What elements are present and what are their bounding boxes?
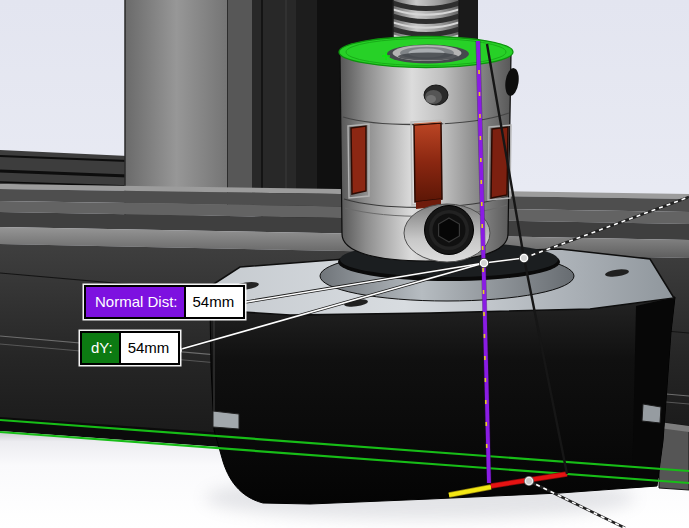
callout-normal-dist-label: Normal Dist: xyxy=(86,287,186,317)
shaft-coupling[interactable] xyxy=(339,37,520,263)
callout-normal-dist-value: 54mm xyxy=(186,287,244,317)
callout-dy[interactable]: dY: 54mm xyxy=(80,331,180,365)
motor-left-tab[interactable] xyxy=(213,411,239,429)
attach-point xyxy=(520,254,527,261)
coupling-spider-slot[interactable] xyxy=(491,127,508,198)
coupling-spider-slot[interactable] xyxy=(351,126,366,194)
hex-socket xyxy=(439,218,460,242)
coupling-spider-slot[interactable] xyxy=(414,123,442,202)
set-screw[interactable] xyxy=(404,204,490,262)
back-rail[interactable] xyxy=(0,150,128,190)
cad-viewport: Normal Dist: 54mm dY: 54mm xyxy=(0,0,689,528)
coupling-top-face-selected[interactable] xyxy=(339,37,513,68)
motor-right-tab[interactable] xyxy=(642,404,661,423)
callout-dy-value: 54mm xyxy=(121,333,179,363)
model-canvas[interactable] xyxy=(0,0,689,528)
callout-dy-label: dY: xyxy=(82,333,121,363)
attach-point xyxy=(480,259,487,266)
attach-point xyxy=(525,477,532,484)
callout-normal-dist[interactable]: Normal Dist: 54mm xyxy=(84,285,245,319)
motor-body[interactable] xyxy=(210,297,675,504)
